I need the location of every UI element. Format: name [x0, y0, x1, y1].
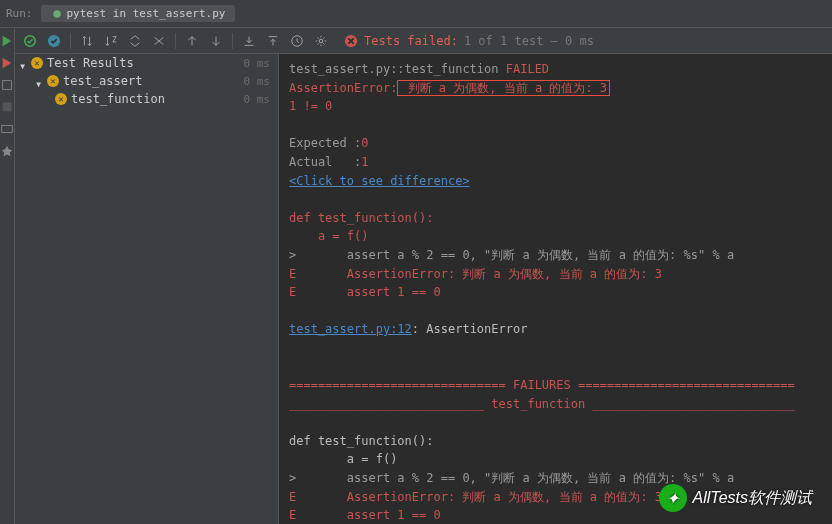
- fail-detail: 1 of 1 test – 0 ms: [464, 34, 594, 48]
- next-icon[interactable]: [205, 30, 227, 52]
- caret-icon: ▾: [35, 77, 43, 85]
- failures-header: ============================== FAILURES …: [289, 378, 795, 392]
- run-config-tab[interactable]: pytest in test_assert.py: [41, 5, 236, 22]
- fail-status-icon: [344, 34, 358, 48]
- stop-icon[interactable]: [0, 100, 14, 114]
- sort-icon[interactable]: [76, 30, 98, 52]
- watermark: ✦ AllTests软件测试: [659, 484, 812, 512]
- prev-icon[interactable]: [181, 30, 203, 52]
- run-label: Run:: [6, 7, 33, 20]
- toggle-auto-icon[interactable]: [0, 78, 14, 92]
- left-gutter: [0, 28, 15, 524]
- actual-line: Actual :1: [289, 155, 368, 169]
- test-tree[interactable]: ▾✕Test Results 0 ms ▾✕test_assert 0 ms ✕…: [15, 54, 279, 524]
- import-icon[interactable]: [262, 30, 284, 52]
- svg-rect-5: [2, 126, 13, 133]
- test-panel: Tests failed: 1 of 1 test – 0 ms ▾✕Test …: [15, 28, 832, 524]
- run-config-name: pytest in test_assert.py: [67, 7, 226, 20]
- fail-label: Tests failed:: [364, 34, 458, 48]
- pytest-icon: [51, 8, 63, 20]
- svg-marker-1: [3, 36, 12, 47]
- sort-abc-icon[interactable]: [100, 30, 122, 52]
- layout-icon[interactable]: [0, 122, 14, 136]
- test-header: test_assert.py::test_function FAILED: [289, 62, 549, 76]
- rerun-failed-icon[interactable]: [0, 56, 14, 70]
- main: Tests failed: 1 of 1 test – 0 ms ▾✕Test …: [0, 28, 832, 524]
- content-split: ▾✕Test Results 0 ms ▾✕test_assert 0 ms ✕…: [15, 54, 832, 524]
- show-passed-icon[interactable]: [19, 30, 41, 52]
- svg-point-9: [319, 39, 323, 43]
- expand-all-icon[interactable]: [124, 30, 146, 52]
- tree-root[interactable]: ▾✕Test Results 0 ms: [15, 54, 278, 72]
- test-toolbar: Tests failed: 1 of 1 test – 0 ms: [15, 28, 832, 54]
- fail-icon: ✕: [55, 93, 67, 105]
- pin-icon[interactable]: [0, 144, 14, 158]
- fail-icon: ✕: [31, 57, 43, 69]
- svg-marker-2: [3, 58, 12, 69]
- assertion-error-line: AssertionError: 判断 a 为偶数, 当前 a 的值为: 3: [289, 80, 610, 96]
- test-function-header: ___________________________ test_functio…: [289, 397, 795, 411]
- history-icon[interactable]: [286, 30, 308, 52]
- console-output[interactable]: test_assert.py::test_function FAILED[100…: [279, 54, 832, 524]
- diff-link[interactable]: <Click to see difference>: [289, 174, 470, 188]
- wechat-icon: ✦: [659, 484, 687, 512]
- topbar: Run: pytest in test_assert.py: [0, 0, 832, 28]
- collapse-all-icon[interactable]: [148, 30, 170, 52]
- toolbar-icons: [15, 30, 336, 52]
- show-ignored-icon[interactable]: [43, 30, 65, 52]
- run-icon[interactable]: [0, 34, 14, 48]
- svg-rect-4: [3, 103, 12, 112]
- tree-node-test-assert[interactable]: ▾✕test_assert 0 ms: [15, 72, 278, 90]
- expected-line: Expected :0: [289, 136, 368, 150]
- fail-icon: ✕: [47, 75, 59, 87]
- export-icon[interactable]: [238, 30, 260, 52]
- svg-point-0: [53, 10, 61, 18]
- location-line: test_assert.py:12: AssertionError: [289, 322, 527, 336]
- svg-rect-3: [3, 81, 12, 90]
- tree-node-test-function[interactable]: ✕test_function 0 ms: [15, 90, 278, 108]
- test-status: Tests failed: 1 of 1 test – 0 ms: [344, 34, 594, 48]
- settings-icon[interactable]: [310, 30, 332, 52]
- caret-icon: ▾: [19, 59, 27, 67]
